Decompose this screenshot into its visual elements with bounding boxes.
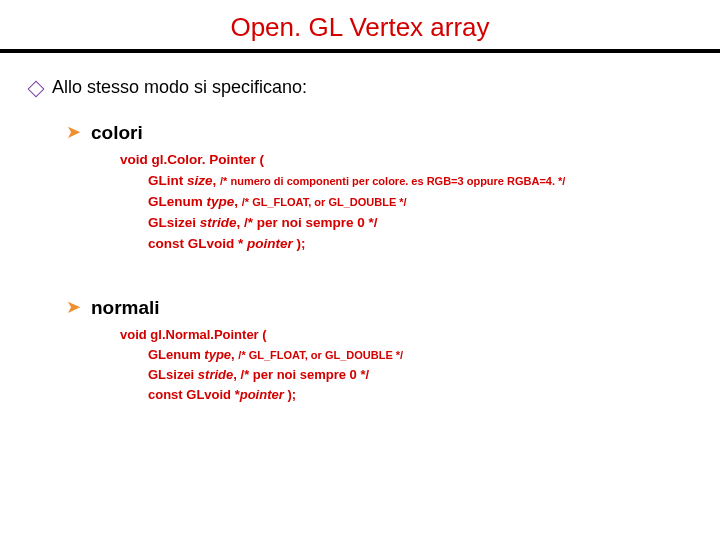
param-line: GLenum type, /* GL_FLOAT, or GL_DOUBLE *… (148, 345, 690, 365)
param-comment: /* numero di componenti per colore. es R… (220, 175, 565, 187)
param-line: GLsizei stride, /* per noi sempre 0 */ (148, 213, 690, 234)
param-punct: , (231, 347, 235, 362)
param-line: const GLvoid * pointer ); (148, 234, 690, 255)
param-name: stride (198, 367, 233, 382)
section-heading-normali: ➤ normali (66, 297, 690, 319)
param-type: GLsizei (148, 367, 198, 382)
section-label: normali (91, 297, 160, 319)
param-punct: , (213, 173, 217, 188)
intro-line: Allo stesso modo si specificano: (30, 77, 690, 98)
param-name: pointer (247, 236, 293, 251)
param-punct: ); (293, 236, 306, 251)
param-type: GLint (148, 173, 187, 188)
param-type: const GLvoid * (148, 387, 240, 402)
param-type: GLenum (148, 194, 207, 209)
param-name: type (204, 347, 231, 362)
diamond-bullet-icon (28, 81, 45, 98)
slide-title: Open. GL Vertex array (0, 0, 720, 43)
param-line: GLsizei stride, /* per noi sempre 0 */ (148, 365, 690, 385)
arrow-bullet-icon: ➤ (66, 297, 81, 317)
param-punct: ); (284, 387, 296, 402)
param-comment: /* per noi sempre 0 */ (244, 215, 378, 230)
param-name: type (207, 194, 235, 209)
param-line: GLint size, /* numero di componenti per … (148, 171, 690, 192)
param-comment: /* per noi sempre 0 */ (241, 367, 370, 382)
param-name: pointer (240, 387, 284, 402)
param-punct: , (233, 367, 237, 382)
param-comment: /* GL_FLOAT, or GL_DOUBLE */ (238, 349, 403, 361)
param-name: stride (200, 215, 237, 230)
section-label: colori (91, 122, 143, 144)
fn-signature: void gl.Color. Pointer ( (120, 150, 690, 171)
fn-signature: void gl.Normal.Pointer ( (120, 325, 690, 345)
code-block-colori: void gl.Color. Pointer ( GLint size, /* … (120, 150, 690, 255)
param-line: GLenum type, /* GL_FLOAT, or GL_DOUBLE *… (148, 192, 690, 213)
slide-body: Allo stesso modo si specificano: ➤ color… (0, 53, 720, 405)
param-comment: /* GL_FLOAT, or GL_DOUBLE */ (242, 196, 407, 208)
param-type: GLenum (148, 347, 204, 362)
param-type: const GLvoid * (148, 236, 247, 251)
param-punct: , (237, 215, 241, 230)
code-block-normali: void gl.Normal.Pointer ( GLenum type, /*… (120, 325, 690, 406)
param-line: const GLvoid *pointer ); (148, 385, 690, 405)
intro-text: Allo stesso modo si specificano: (52, 77, 307, 98)
param-name: size (187, 173, 213, 188)
section-heading-colori: ➤ colori (66, 122, 690, 144)
arrow-bullet-icon: ➤ (66, 122, 81, 142)
param-punct: , (234, 194, 238, 209)
param-type: GLsizei (148, 215, 200, 230)
